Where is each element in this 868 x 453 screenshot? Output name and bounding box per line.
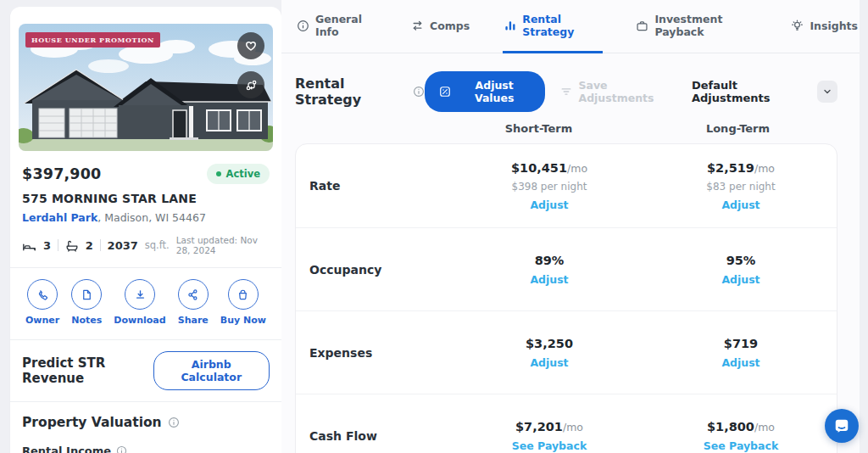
adjust-values-button[interactable]: Adjust Values: [425, 71, 546, 112]
adjust-values-label: Adjust Values: [458, 79, 531, 104]
cell-value: $719: [724, 337, 758, 350]
compare-arrows-icon: [411, 20, 424, 32]
status-label: Active: [226, 168, 260, 180]
compare-route-icon: [245, 79, 258, 92]
property-analysis-page: HOUSE UNDER PROMOTION $397,900 Active 57…: [0, 0, 868, 453]
row-label: Cash Flow: [309, 429, 453, 443]
cell-value: $1,800: [707, 420, 754, 433]
download-icon: [125, 279, 155, 310]
row-label: Expenses: [309, 346, 453, 360]
info-icon[interactable]: [116, 445, 127, 453]
adjust-percent-icon: [439, 86, 451, 98]
short-term-cell: $3,250 Adjust: [453, 337, 645, 369]
adjust-link[interactable]: Adjust: [721, 273, 760, 286]
property-stats: 3 2 2037 sq.ft. Last updated: Nov 28, 20…: [22, 235, 270, 255]
property-valuation-section: Property Valuation Rental Income $10,451…: [10, 402, 281, 453]
column-headers: Short-Term Long-Term: [281, 122, 837, 135]
property-price: $397,900: [22, 165, 101, 182]
tab-label: Insights: [810, 20, 858, 32]
tab-comps[interactable]: Comps: [409, 0, 471, 53]
main-content: General Info Comps Rental Strategy Inves…: [281, 0, 860, 453]
notes-label: Notes: [71, 315, 102, 326]
favorite-button[interactable]: [237, 32, 264, 59]
see-payback-link[interactable]: See Payback: [512, 439, 587, 452]
adjust-link[interactable]: Adjust: [530, 356, 568, 369]
tab-investment-payback[interactable]: Investment Payback: [634, 0, 758, 53]
beds-count: 3: [43, 239, 51, 252]
city-state-zip: , Madison, WI 54467: [97, 211, 206, 224]
tab-label: Comps: [430, 20, 470, 32]
airbnb-calculator-button[interactable]: Airbnb Calculator: [153, 351, 270, 390]
cell-value-suffix: /mo: [754, 421, 775, 433]
property-address: 575 MORNING STAR LANE: [22, 192, 270, 205]
owner-button[interactable]: Owner: [25, 279, 59, 326]
short-term-column-header: Short-Term: [439, 122, 638, 135]
quick-actions: Owner Notes Download Share: [10, 268, 281, 338]
heart-icon: [244, 39, 258, 53]
cell-value-suffix: /mo: [754, 162, 775, 175]
bed-icon: [22, 239, 36, 252]
preset-selected-value: Default Adjustments: [692, 79, 809, 104]
bag-icon: [228, 279, 259, 310]
cell-value: 89%: [535, 254, 565, 267]
property-location: Lerdahl Park, Madison, WI 54467: [22, 211, 270, 224]
tab-general-info[interactable]: General Info: [295, 0, 378, 53]
buy-now-label: Buy Now: [220, 315, 266, 326]
tab-label: Investment Payback: [654, 13, 756, 38]
adjust-link[interactable]: Adjust: [721, 356, 760, 369]
valuation-title: Property Valuation: [22, 415, 162, 430]
row-label: Occupancy: [309, 263, 453, 277]
compare-route-button[interactable]: [237, 71, 264, 98]
info-icon[interactable]: [168, 417, 180, 428]
short-term-cell: $7,201/mo See Payback: [453, 420, 645, 452]
cell-subtext: $83 per night: [706, 181, 775, 193]
long-term-column-header: Long-Term: [638, 122, 837, 135]
cell-value: 95%: [726, 254, 756, 267]
page-title: Rental Strategy: [295, 76, 406, 108]
long-term-cell: $2,519/mo $83 per night Adjust: [645, 161, 837, 211]
strategy-header: Rental Strategy Adjust Values Save Adjus: [281, 71, 860, 112]
tab-label: Rental Strategy: [522, 13, 601, 38]
download-button[interactable]: Download: [114, 279, 165, 326]
save-adjustments-button[interactable]: Save Adjustments: [560, 79, 676, 104]
share-button[interactable]: Share: [178, 279, 209, 326]
status-badge: Active: [207, 164, 270, 184]
adjust-link[interactable]: Adjust: [530, 273, 568, 286]
see-payback-link[interactable]: See Payback: [704, 439, 778, 452]
chat-widget-button[interactable]: [825, 409, 859, 443]
neighborhood-link[interactable]: Lerdahl Park: [22, 211, 97, 224]
predict-str-title: Predict STR Revenue: [22, 355, 153, 386]
short-term-cell: 89% Adjust: [453, 254, 645, 286]
tab-bar: General Info Comps Rental Strategy Inves…: [281, 0, 860, 53]
cell-value-suffix: /mo: [563, 421, 583, 433]
phone-icon: [27, 279, 58, 310]
save-adjustments-label: Save Adjustments: [578, 79, 676, 104]
cell-value: $7,201: [515, 420, 563, 433]
chevron-down-icon[interactable]: [817, 81, 837, 103]
cell-subtext: $398 per night: [512, 181, 587, 193]
divider: [58, 239, 58, 251]
adjust-link[interactable]: Adjust: [530, 199, 568, 211]
strategy-table: Rate $10,451/mo $398 per night Adjust $2…: [295, 143, 837, 453]
long-term-cell: $1,800/mo See Payback: [645, 420, 837, 452]
cell-value-suffix: /mo: [567, 162, 587, 175]
adjustments-preset-dropdown[interactable]: Default Adjustments: [692, 79, 837, 104]
notes-button[interactable]: Notes: [71, 279, 102, 326]
cell-value: $10,451: [511, 161, 567, 175]
cell-value: $2,519: [707, 161, 754, 175]
filter-lines-icon: [560, 86, 572, 98]
promotion-banner: HOUSE UNDER PROMOTION: [25, 32, 160, 48]
baths-count: 2: [86, 239, 93, 252]
property-sidebar: HOUSE UNDER PROMOTION $397,900 Active 57…: [10, 7, 281, 453]
info-icon: [297, 20, 309, 32]
table-row-occupancy: Occupancy 89% Adjust 95% Adjust: [296, 227, 837, 310]
buy-now-button[interactable]: Buy Now: [220, 279, 266, 326]
table-row-cash-flow: Cash Flow $7,201/mo See Payback $1,800/m…: [296, 394, 837, 453]
cell-value: $3,250: [526, 337, 573, 350]
download-label: Download: [114, 315, 165, 326]
tab-rental-strategy[interactable]: Rental Strategy: [503, 0, 603, 53]
tab-insights[interactable]: Insights: [789, 0, 860, 53]
adjust-link[interactable]: Adjust: [721, 199, 760, 211]
property-photo: HOUSE UNDER PROMOTION: [19, 24, 273, 151]
info-icon[interactable]: [413, 86, 425, 98]
